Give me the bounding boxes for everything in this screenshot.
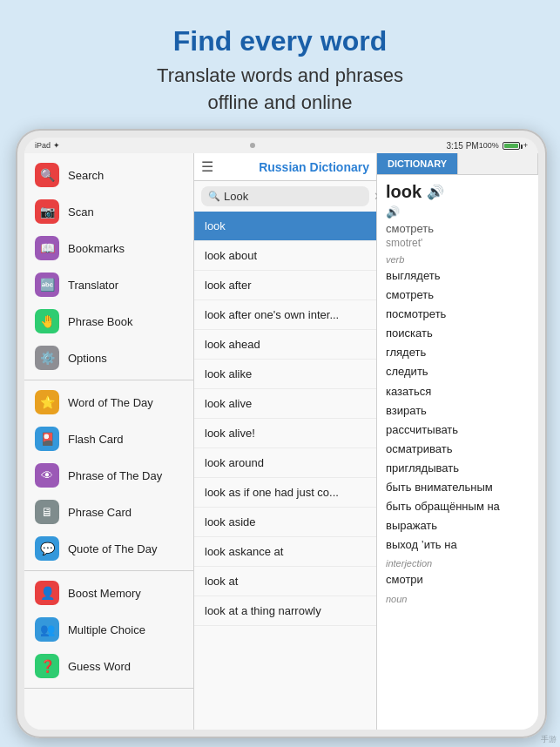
dict-word-row: look 🔊 bbox=[386, 182, 530, 202]
result-look-at[interactable]: look at bbox=[194, 567, 376, 596]
result-look-around[interactable]: look around bbox=[194, 448, 376, 478]
result-look-after-own[interactable]: look after one's own inter... bbox=[194, 300, 376, 330]
sidebar-item-options[interactable]: ⚙️ Options bbox=[24, 340, 193, 376]
main-panel: ☰ Russian Dictionary 🔍 ✕ look look about… bbox=[194, 153, 377, 730]
result-look-after[interactable]: look after bbox=[194, 271, 376, 300]
sidebar-label-options: Options bbox=[68, 352, 107, 365]
sidebar-label-translator: Translator bbox=[68, 279, 118, 292]
sidebar-item-bookmarks[interactable]: 📖 Bookmarks bbox=[24, 230, 193, 266]
phrase-card-icon: 🖥 bbox=[35, 500, 59, 524]
result-look-alike[interactable]: look alike bbox=[194, 360, 376, 389]
sidebar-item-word-of-day[interactable]: ⭐ Word of The Day bbox=[24, 384, 193, 421]
word-of-day-icon: ⭐ bbox=[35, 390, 59, 414]
sidebar-item-search[interactable]: 🔍 Search bbox=[24, 157, 193, 193]
options-icon: ⚙️ bbox=[35, 346, 59, 370]
sidebar-label-search: Search bbox=[68, 169, 104, 182]
battery-icon bbox=[503, 142, 520, 150]
search-bar[interactable]: 🔍 ✕ bbox=[201, 186, 369, 206]
sidebar-item-phrase-card[interactable]: 🖥 Phrase Card bbox=[24, 494, 193, 530]
sidebar-item-quote-of-day[interactable]: 💬 Quote of The Day bbox=[24, 530, 193, 567]
device-frame: iPad ✦ 3:15 PM 100% + 🔍 Search bbox=[16, 129, 547, 738]
sidebar-label-boost-memory: Boost Memory bbox=[68, 587, 141, 600]
search-icon: 🔍 bbox=[35, 163, 59, 187]
dict-pos-interjection: interjection bbox=[386, 558, 530, 569]
sidebar: 🔍 Search 📷 Scan 📖 Bookmarks 🔤 Translator bbox=[24, 153, 194, 730]
sidebar-item-scan[interactable]: 📷 Scan bbox=[24, 193, 193, 230]
speaker-icon[interactable]: 🔊 bbox=[427, 184, 444, 200]
phrasebook-icon: 🤚 bbox=[35, 309, 59, 333]
dict-word: look bbox=[386, 182, 422, 202]
tab-dictionary[interactable]: DICTIONARY bbox=[377, 153, 458, 174]
speaker-icon-2[interactable]: 🔊 bbox=[386, 205, 530, 219]
sidebar-label-scan: Scan bbox=[68, 205, 94, 219]
sidebar-item-guess-word[interactable]: ❓ Guess Word bbox=[24, 648, 193, 684]
result-look-at-narrowly[interactable]: look at a thing narrowly bbox=[194, 596, 376, 626]
app-container: 🔍 Search 📷 Scan 📖 Bookmarks 🔤 Translator bbox=[24, 153, 538, 730]
sidebar-label-phrasebook: Phrase Book bbox=[68, 315, 132, 328]
result-look-aside[interactable]: look aside bbox=[194, 508, 376, 537]
result-look-about[interactable]: look about bbox=[194, 241, 376, 271]
result-look-alive[interactable]: look alive bbox=[194, 389, 376, 419]
sidebar-label-quote-of-day: Quote of The Day bbox=[68, 542, 157, 555]
sidebar-item-phrase-of-day[interactable]: 👁 Phrase of The Day bbox=[24, 457, 193, 494]
sidebar-label-phrase-of-day: Phrase of The Day bbox=[68, 469, 162, 482]
sidebar-label-phrase-card: Phrase Card bbox=[68, 506, 132, 519]
search-results-list: look look about look after look after on… bbox=[194, 212, 376, 730]
sidebar-section-games: 👤 Boost Memory 👥 Multiple Choice ❓ Guess… bbox=[24, 571, 193, 689]
boost-memory-icon: 👤 bbox=[35, 581, 59, 605]
sidebar-label-word-of-day: Word of The Day bbox=[68, 396, 153, 409]
hamburger-icon[interactable]: ☰ bbox=[201, 158, 213, 175]
sidebar-item-translator[interactable]: 🔤 Translator bbox=[24, 266, 193, 303]
device-inner: iPad ✦ 3:15 PM 100% + 🔍 Search bbox=[24, 138, 538, 730]
dict-pos-noun: noun bbox=[386, 594, 530, 604]
result-look-alive-excl[interactable]: look alive! bbox=[194, 419, 376, 448]
search-input[interactable] bbox=[224, 190, 370, 203]
status-right: 100% + bbox=[479, 141, 528, 150]
search-bar-icon: 🔍 bbox=[208, 191, 220, 202]
sidebar-item-multiple-choice[interactable]: 👥 Multiple Choice bbox=[24, 611, 193, 648]
sidebar-label-multiple-choice: Multiple Choice bbox=[68, 623, 145, 636]
sidebar-section-main: 🔍 Search 📷 Scan 📖 Bookmarks 🔤 Translator bbox=[24, 153, 193, 380]
dict-pos-verb: verb bbox=[386, 254, 530, 265]
sidebar-item-phrasebook[interactable]: 🤚 Phrase Book bbox=[24, 303, 193, 340]
result-look[interactable]: look bbox=[194, 212, 376, 241]
tab-other[interactable] bbox=[458, 153, 538, 174]
result-look-ahead[interactable]: look ahead bbox=[194, 330, 376, 360]
phrase-of-day-icon: 👁 bbox=[35, 463, 59, 488]
guess-word-icon: ❓ bbox=[35, 654, 59, 678]
dictionary-panel: DICTIONARY look 🔊 🔊 смотреть smotret' ve… bbox=[377, 153, 538, 730]
scan-icon: 📷 bbox=[35, 199, 59, 224]
translator-icon: 🔤 bbox=[35, 273, 59, 297]
dict-transliteration-ru: смотреть bbox=[386, 222, 530, 235]
flashcard-icon: 🎴 bbox=[35, 427, 59, 451]
header-title: Find every word bbox=[35, 24, 525, 57]
bookmarks-icon: 📖 bbox=[35, 236, 59, 260]
watermark: 手游 bbox=[541, 734, 557, 745]
battery-plus: + bbox=[523, 141, 528, 150]
sidebar-item-boost-memory[interactable]: 👤 Boost Memory bbox=[24, 575, 193, 611]
sidebar-section-daily: ⭐ Word of The Day 🎴 Flash Card 👁 Phrase … bbox=[24, 380, 193, 571]
quote-of-day-icon: 💬 bbox=[35, 536, 59, 561]
home-dot bbox=[250, 143, 255, 148]
dict-translations-2: смотри bbox=[386, 570, 530, 589]
dict-transliteration-latin: smotret' bbox=[386, 237, 530, 249]
result-look-as-if[interactable]: look as if one had just co... bbox=[194, 478, 376, 508]
result-look-askance[interactable]: look askance at bbox=[194, 537, 376, 567]
header-subtitle: Translate words and phrasesoffline and o… bbox=[35, 63, 525, 117]
sidebar-label-guess-word: Guess Word bbox=[68, 660, 131, 673]
battery-percent: 100% bbox=[479, 141, 499, 150]
top-bar-title: Russian Dictionary bbox=[219, 160, 369, 174]
sidebar-item-flashcard[interactable]: 🎴 Flash Card bbox=[24, 421, 193, 457]
dict-content: look 🔊 🔊 смотреть smotret' verb выглядет… bbox=[377, 175, 538, 613]
battery-fill bbox=[504, 144, 518, 148]
header: Find every word Translate words and phra… bbox=[0, 0, 560, 134]
status-time: 3:15 PM bbox=[446, 141, 478, 151]
top-bar: ☰ Russian Dictionary bbox=[194, 153, 376, 181]
dict-tabs: DICTIONARY bbox=[377, 153, 538, 175]
status-bar: iPad ✦ 3:15 PM 100% + bbox=[24, 138, 538, 153]
sidebar-label-flashcard: Flash Card bbox=[68, 433, 124, 446]
dict-translations: выглядеть смотреть посмотреть поискать г… bbox=[386, 266, 530, 555]
multiple-choice-icon: 👥 bbox=[35, 617, 59, 642]
status-left: iPad ✦ bbox=[35, 141, 60, 150]
sidebar-label-bookmarks: Bookmarks bbox=[68, 242, 125, 255]
